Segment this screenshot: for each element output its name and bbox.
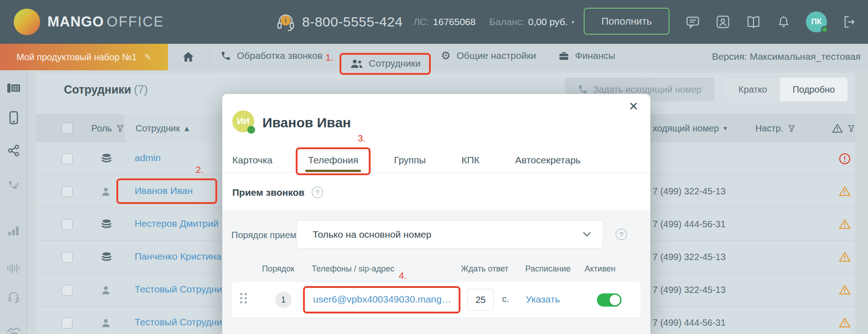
- caret-down-icon[interactable]: ▾: [723, 124, 727, 132]
- tab-autosecretary[interactable]: Автосекретарь: [515, 155, 580, 166]
- annotation-2-label: 2.: [196, 164, 204, 175]
- wait-unit-label: с.: [502, 294, 509, 304]
- account-block: ЛС: 16765068: [413, 0, 476, 44]
- balance-caret-icon[interactable]: ▾: [571, 19, 575, 26]
- select-all-checkbox[interactable]: [62, 114, 73, 142]
- sidebar-item-statistics[interactable]: [0, 221, 27, 240]
- toggle-knob: [610, 295, 620, 305]
- nav-call-processing[interactable]: Обработка звонков: [220, 50, 323, 61]
- phone-icon: [220, 51, 231, 61]
- warning-triangle-icon[interactable]: [839, 317, 851, 330]
- row-checkbox[interactable]: [62, 219, 73, 230]
- sort-asc-icon[interactable]: ▲: [184, 125, 189, 132]
- brand-name-light: OFFICE: [107, 14, 164, 30]
- column-employee[interactable]: Сотрудник ▲: [136, 114, 189, 142]
- modal-avatar: ИИ: [232, 110, 254, 132]
- column-role[interactable]: Роль: [91, 114, 124, 142]
- checkbox-icon[interactable]: [62, 123, 73, 134]
- outgoing-number: 7 (499) 322-45-13: [653, 285, 726, 295]
- page-title: Сотрудники(7): [64, 83, 148, 96]
- schedule-link[interactable]: Указать: [526, 294, 560, 305]
- employee-link[interactable]: Панченко Кристина: [135, 251, 221, 262]
- sidebar-item-partners[interactable]: [0, 323, 27, 334]
- employee-link[interactable]: Иванов Иван: [135, 185, 193, 196]
- employee-link[interactable]: Нестеров Дмитрий: [135, 218, 219, 229]
- headset-sidebar-icon: [7, 291, 20, 303]
- incoming-calls-section-header: Прием звонков ?: [232, 187, 323, 198]
- tab-telephony[interactable]: Телефония 3.: [308, 155, 358, 166]
- drag-handle-icon[interactable]: [240, 293, 247, 303]
- active-toggle[interactable]: [597, 293, 622, 307]
- briefcase-icon: [559, 51, 569, 61]
- sidebar-item-records[interactable]: [0, 259, 27, 277]
- close-icon[interactable]: ✕: [628, 99, 638, 113]
- row-checkbox[interactable]: [62, 153, 73, 164]
- nav-finance[interactable]: Финансы: [559, 50, 615, 61]
- balance-block[interactable]: Баланс: 0,00 руб. ▾: [489, 0, 575, 44]
- warning-triangle-icon[interactable]: [839, 219, 851, 231]
- messages-icon[interactable]: [685, 15, 700, 29]
- nav-home[interactable]: [183, 52, 194, 62]
- annotation-3-label: 3.: [358, 133, 366, 144]
- notifications-bell-icon[interactable]: [777, 15, 790, 29]
- person-icon: [100, 285, 111, 297]
- tab-telephony-label: Телефония: [308, 155, 358, 165]
- row-checkbox[interactable]: [62, 285, 73, 296]
- warning-triangle-icon[interactable]: [839, 186, 851, 198]
- nav-finance-label: Финансы: [575, 50, 615, 61]
- column-alerts[interactable]: [832, 114, 855, 142]
- sidebar-item-support[interactable]: [0, 288, 27, 306]
- column-settings[interactable]: Настр.: [755, 114, 795, 142]
- sip-address-annotated: user6@vpbx400349030.mang… 4.: [313, 294, 451, 305]
- nav-employees[interactable]: Сотрудники: [350, 58, 421, 69]
- knowledge-base-icon[interactable]: [746, 15, 761, 29]
- outgoing-number: 7 (499) 322-45-13: [653, 252, 726, 262]
- nav-general-settings-label: Общие настройки: [457, 50, 536, 61]
- product-set-selector[interactable]: Мой продуктовый набор №1 ✎: [0, 44, 168, 70]
- employee-link[interactable]: admin: [135, 152, 161, 163]
- view-mode-toggle: Кратко Подробно: [726, 78, 847, 101]
- help-icon[interactable]: ?: [616, 229, 627, 240]
- tab-card[interactable]: Карточка: [232, 155, 272, 166]
- error-circle-icon[interactable]: [839, 153, 851, 167]
- user-avatar[interactable]: ПК: [806, 11, 827, 32]
- sidebar-item-mobile[interactable]: [0, 109, 27, 127]
- contacts-icon[interactable]: [716, 15, 730, 29]
- brand-name-bold: MANGO: [47, 14, 104, 30]
- employee-link[interactable]: Тестовый Сотрудник: [135, 284, 226, 295]
- order-select[interactable]: Только на основной номер: [297, 220, 603, 249]
- tab-kpk[interactable]: КПК: [461, 155, 480, 166]
- sidebar-item-desk-phone[interactable]: [0, 78, 27, 97]
- row-checkbox[interactable]: [62, 252, 73, 263]
- column-outgoing-number[interactable]: ходящий номер ▾: [653, 114, 727, 142]
- column-role-label: Роль: [91, 123, 112, 134]
- employee-link[interactable]: Тестовый Сотрудник: [135, 317, 226, 328]
- edit-pencil-icon[interactable]: ✎: [144, 52, 152, 62]
- brand-logo[interactable]: MANGOOFFICE: [14, 0, 164, 44]
- bar-chart-icon: [7, 224, 20, 236]
- chevron-down-icon: [583, 232, 591, 237]
- filter-funnel-icon: [116, 125, 124, 132]
- row-checkbox[interactable]: [62, 186, 73, 197]
- sip-address-link[interactable]: user6@vpbx400349030.mang…: [313, 294, 451, 304]
- left-sidebar: [0, 70, 27, 334]
- handshake-icon: [6, 327, 21, 334]
- waveform-icon: [7, 263, 21, 274]
- wait-seconds-input[interactable]: [467, 289, 494, 311]
- view-short-button[interactable]: Кратко: [726, 78, 780, 101]
- share-network-icon: [7, 144, 20, 157]
- row-checkbox[interactable]: [62, 318, 73, 329]
- view-detailed-button[interactable]: Подробно: [780, 78, 848, 101]
- logout-icon[interactable]: [842, 15, 857, 29]
- warning-triangle-icon[interactable]: [839, 251, 851, 264]
- warning-triangle-icon[interactable]: [839, 284, 851, 297]
- employee-link-annotated[interactable]: Иванов Иван 2.: [135, 185, 193, 196]
- sidebar-item-integrations[interactable]: [0, 141, 27, 160]
- sidebar-item-calls[interactable]: [0, 177, 27, 195]
- help-icon[interactable]: ?: [312, 187, 323, 198]
- nav-general-settings[interactable]: ⚙ Общие настройки: [441, 50, 536, 61]
- tab-groups[interactable]: Группы: [394, 155, 426, 166]
- layers-icon: [100, 153, 113, 166]
- topup-button[interactable]: Пополнить: [584, 8, 669, 35]
- support-phone-block: i 8-800-5555-424: [276, 0, 403, 44]
